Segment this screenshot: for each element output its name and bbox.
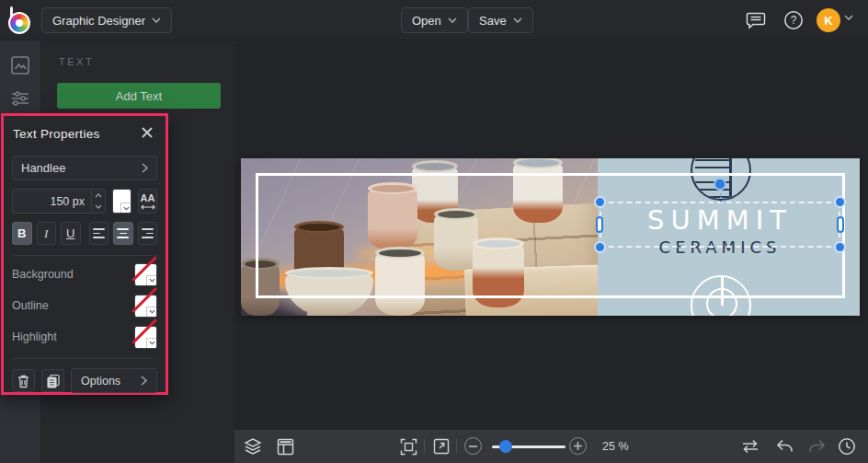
templates-icon[interactable] [276, 437, 294, 456]
underline-button[interactable]: U [61, 222, 81, 245]
panel-title: Text Properties [13, 127, 100, 141]
avatar-initial: K [824, 14, 832, 28]
font-size-value: 150 px [13, 190, 91, 213]
chevron-down-icon [513, 17, 522, 23]
app-mode-label: Graphic Designer [52, 14, 145, 28]
align-right-icon [142, 228, 154, 237]
highlight-label: Highlight [12, 330, 57, 343]
fit-to-screen-icon[interactable] [399, 437, 417, 456]
chevron-right-icon [141, 376, 147, 386]
color-dropdown-icon[interactable] [120, 203, 131, 213]
background-color-row: Background [12, 259, 157, 290]
svg-text:?: ? [791, 14, 797, 27]
zoom-percentage: 25 % [602, 440, 629, 453]
adjust-sliders-icon[interactable] [10, 88, 30, 109]
align-right-button[interactable] [138, 222, 158, 245]
rotate-handle-line [720, 189, 722, 203]
font-size-stepper[interactable] [91, 190, 105, 213]
resize-handle-top-right[interactable] [834, 196, 846, 208]
fullscreen-preview-icon[interactable] [432, 437, 451, 456]
app-mode-menu[interactable]: Graphic Designer [41, 7, 172, 33]
layers-icon[interactable] [244, 437, 262, 456]
close-icon[interactable] [141, 126, 155, 141]
chevron-down-icon [152, 17, 161, 23]
open-menu-button[interactable]: Open [401, 7, 468, 33]
add-text-button[interactable]: Add Text [57, 83, 221, 109]
color-dropdown-icon[interactable] [146, 338, 156, 348]
align-center-icon [117, 228, 129, 237]
chevron-right-icon [142, 163, 148, 173]
redo-icon[interactable] [807, 437, 826, 456]
help-icon[interactable]: ? [782, 9, 805, 31]
top-bar: Graphic Designer Open Save ? K [0, 0, 868, 41]
italic-button[interactable]: I [37, 222, 57, 245]
options-label: Options [81, 375, 120, 388]
chevron-down-icon [448, 17, 457, 23]
feedback-comment-icon[interactable] [745, 9, 767, 31]
horizontal-arrows-icon [141, 204, 155, 210]
outline-label: Outline [12, 299, 49, 312]
font-family-value: Handlee [21, 161, 65, 175]
open-label: Open [412, 14, 441, 28]
rotate-handle[interactable] [714, 178, 726, 191]
zoom-slider[interactable] [492, 446, 565, 448]
stepper-up-icon[interactable] [92, 190, 105, 202]
compare-toggle-icon[interactable] [741, 437, 760, 456]
font-family-select[interactable]: Handlee [12, 156, 157, 180]
text-selection-box[interactable] [600, 202, 840, 248]
image-manager-icon[interactable] [10, 55, 30, 75]
zoom-slider-knob[interactable] [499, 440, 512, 453]
color-dropdown-icon[interactable] [146, 307, 156, 317]
resize-handle-top-left[interactable] [594, 196, 606, 208]
bold-button[interactable]: B [12, 222, 32, 245]
duplicate-layer-button[interactable] [41, 369, 64, 392]
user-avatar[interactable]: K [817, 8, 840, 32]
outline-color-swatch[interactable] [134, 295, 157, 318]
letter-spacing-button[interactable]: AA [138, 189, 157, 214]
align-center-button[interactable] [113, 222, 133, 245]
highlight-color-swatch[interactable] [134, 326, 157, 349]
resize-handle-bottom-left[interactable] [594, 241, 606, 253]
stepper-down-icon[interactable] [92, 202, 105, 214]
font-size-input[interactable]: 150 px [12, 189, 106, 214]
delete-layer-button[interactable] [12, 369, 35, 392]
resize-handle-bottom-right[interactable] [834, 241, 846, 253]
align-left-button[interactable] [89, 222, 109, 245]
letter-spacing-label: AA [141, 193, 155, 203]
zoom-out-button[interactable] [464, 437, 482, 455]
history-icon[interactable] [838, 437, 856, 456]
save-label: Save [479, 14, 507, 28]
duplicate-icon [46, 374, 61, 388]
text-panel-heading: TEXT [59, 56, 94, 67]
undo-icon[interactable] [775, 437, 794, 456]
app-window: Graphic Designer Open Save ? K [0, 0, 868, 463]
text-properties-panel: Text Properties Handlee 150 px [1, 113, 168, 395]
account-chevron-down-icon[interactable] [844, 15, 853, 20]
align-left-icon [93, 228, 105, 237]
background-label: Background [12, 268, 74, 281]
bottom-toolbar: 25 % [234, 430, 868, 463]
resize-handle-mid-right[interactable] [837, 216, 844, 233]
resize-handle-mid-left[interactable] [596, 216, 603, 233]
color-dropdown-icon[interactable] [146, 275, 156, 285]
zoom-in-button[interactable] [569, 437, 587, 455]
trash-icon [17, 374, 30, 388]
highlight-color-row: Highlight [12, 321, 157, 353]
save-menu-button[interactable]: Save [468, 7, 533, 33]
text-color-swatch[interactable] [112, 189, 131, 214]
befunky-logo-icon[interactable] [8, 6, 36, 34]
design-canvas[interactable]: SUMMIT CERAMICS [241, 158, 860, 316]
outline-color-row: Outline [12, 290, 157, 321]
background-color-swatch[interactable] [134, 263, 157, 286]
options-button[interactable]: Options [71, 368, 157, 393]
